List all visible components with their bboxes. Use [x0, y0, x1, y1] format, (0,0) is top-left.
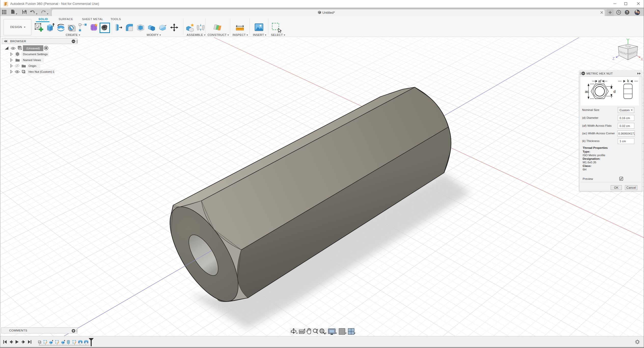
svg-text:d: d — [613, 89, 615, 94]
svg-text:af: af — [598, 79, 601, 83]
svg-text:k: k — [627, 79, 629, 83]
svg-text:?: ? — [626, 11, 628, 14]
svg-text:ac: ac — [585, 89, 589, 94]
svg-text:Z: Z — [612, 56, 615, 61]
svg-text:X: X — [641, 57, 643, 61]
